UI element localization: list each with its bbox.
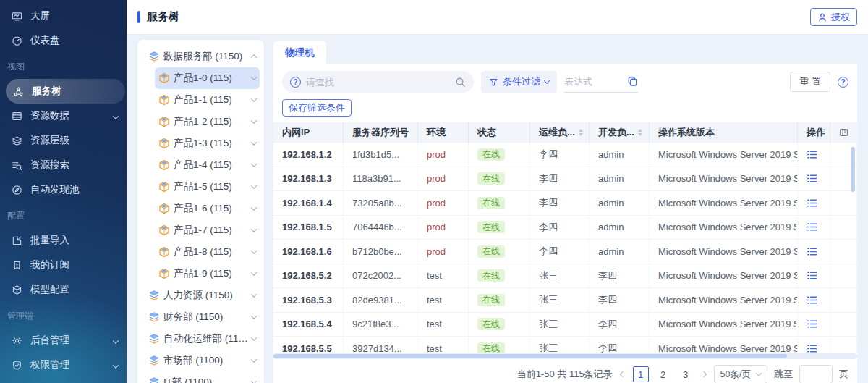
cell-ops-owner: 张三 xyxy=(530,264,590,288)
cell-status: 在线 xyxy=(469,191,530,215)
chevron-down-icon xyxy=(251,139,257,145)
tree-node-dept[interactable]: 人力资源 (1150) xyxy=(145,285,260,306)
prev-page-button[interactable] xyxy=(619,372,626,376)
product-cube-icon xyxy=(158,72,170,84)
sort-icon[interactable] xyxy=(638,129,642,136)
tree-node-dept[interactable]: IT部 (1100) xyxy=(145,371,260,383)
top-bar: 服务树 授权 xyxy=(127,0,868,35)
actions-list-icon[interactable] xyxy=(807,343,817,353)
tree-node-product[interactable]: 产品1-3 (115) xyxy=(155,132,260,154)
col-header-os[interactable]: 操作系统版本 xyxy=(650,122,798,143)
cell-ip: 192.168.1.4 xyxy=(273,191,344,215)
tree-node-dept[interactable]: 财务部 (1150) xyxy=(145,306,260,328)
actions-list-icon[interactable] xyxy=(807,222,817,232)
sidebar-item-resource-level[interactable]: 资源层级 xyxy=(0,128,127,153)
tree-node-label: IT部 (1100) xyxy=(163,376,212,383)
sidebar-item-label: 我的订阅 xyxy=(30,258,69,272)
help-icon[interactable] xyxy=(838,77,848,88)
sidebar-item-dashboard[interactable]: 仪表盘 xyxy=(0,28,127,53)
tree-node-product[interactable]: 产品1-9 (115) xyxy=(155,263,260,285)
next-page-button[interactable] xyxy=(700,372,707,376)
actions-list-icon[interactable] xyxy=(807,198,817,209)
actions-list-icon[interactable] xyxy=(807,319,817,329)
column-settings-icon[interactable] xyxy=(839,127,848,138)
tree-node-label: 产品1-3 (115) xyxy=(174,137,232,150)
actions-list-icon[interactable] xyxy=(807,173,817,184)
sidebar-item-resource-search[interactable]: 资源搜索 xyxy=(0,153,127,177)
cell-serial: b712b0be... xyxy=(344,240,418,264)
resource-search-icon xyxy=(12,160,22,171)
resource-level-icon xyxy=(12,135,22,146)
chevron-down-icon xyxy=(251,96,257,101)
sidebar-item-permission-admin[interactable]: 权限管理 xyxy=(0,353,127,377)
cell-dev-owner: 李四 xyxy=(590,337,650,353)
tab-physical-machine[interactable]: 物理机 xyxy=(273,41,326,64)
page-size-select[interactable]: 50条/页 xyxy=(714,365,767,383)
condition-filter-dropdown[interactable]: 条件过滤 xyxy=(481,71,557,93)
actions-list-icon[interactable] xyxy=(807,149,817,160)
person-icon xyxy=(817,12,827,22)
search-icon[interactable] xyxy=(455,77,466,88)
status-badge: 在线 xyxy=(477,294,505,306)
col-header-dev-owner[interactable]: 开发负... xyxy=(590,122,650,143)
tree-node-dept[interactable]: 自动化运维部 (1150) xyxy=(145,328,260,350)
col-header-ip[interactable]: 内网IP xyxy=(273,122,344,143)
save-filter-button[interactable]: 保存筛选条件 xyxy=(282,99,352,117)
tree-node-product[interactable]: 产品1-1 (115) xyxy=(155,89,260,111)
tree-node-product[interactable]: 产品1-4 (115) xyxy=(155,154,260,176)
sidebar-item-resource-data[interactable]: 资源数据 xyxy=(0,104,127,128)
tree-node-product[interactable]: 产品1-5 (115) xyxy=(155,176,260,198)
col-header-env[interactable]: 环境 xyxy=(418,122,469,143)
page-button-3[interactable]: 3 xyxy=(678,366,694,382)
cell-status: 在线 xyxy=(469,216,530,240)
page-button-1[interactable]: 1 xyxy=(633,366,649,382)
cell-dev-owner: admin xyxy=(590,167,650,191)
chevron-down-icon xyxy=(251,226,257,232)
sidebar-item-model-config[interactable]: 模型配置 xyxy=(0,277,127,302)
tree-node-product[interactable]: 产品1-7 (115) xyxy=(155,219,260,241)
cell-env: prod xyxy=(418,167,469,191)
title-accent-bar xyxy=(137,11,140,23)
tree-node-product[interactable]: 产品1-6 (115) xyxy=(155,198,260,219)
actions-list-icon[interactable] xyxy=(807,270,817,281)
vertical-scrollbar[interactable] xyxy=(851,147,855,192)
tree-node-product[interactable]: 产品1-8 (115) xyxy=(155,241,260,263)
col-header-status[interactable]: 状态 xyxy=(469,122,530,143)
sort-icon[interactable] xyxy=(579,129,583,136)
sidebar-item-my-subscription[interactable]: 我的订阅 xyxy=(0,253,127,277)
actions-list-icon[interactable] xyxy=(807,295,817,306)
tree-node-dept[interactable]: 市场部 (1100) xyxy=(145,350,260,371)
col-header-actions: 操作 xyxy=(798,122,830,143)
sidebar-item-label: 资源数据 xyxy=(30,109,69,122)
tree-node-dept[interactable]: 数据服务部 (1150) xyxy=(145,46,260,67)
sidebar-item-discovery-pool[interactable]: 自动发现池 xyxy=(0,177,127,202)
tree-node-product[interactable]: 产品1-2 (115) xyxy=(155,111,260,132)
jump-to-input[interactable] xyxy=(799,365,833,383)
tree-node-label: 产品1-6 (115) xyxy=(174,202,232,215)
page-button-2[interactable]: 2 xyxy=(655,366,671,382)
sidebar-item-batch-import[interactable]: 批量导入 xyxy=(0,228,127,253)
reset-button[interactable]: 重 置 xyxy=(790,72,830,92)
sidebar-item-backend-admin[interactable]: 后台管理 xyxy=(0,328,127,353)
cell-status: 在线 xyxy=(469,288,530,312)
cell-empty xyxy=(830,216,857,240)
department-layers-icon xyxy=(148,311,160,323)
col-header-serial[interactable]: 服务器序列号 xyxy=(344,122,418,143)
cell-status: 在线 xyxy=(469,143,530,167)
cell-actions xyxy=(798,167,830,191)
page-title: 服务树 xyxy=(137,10,179,24)
tree-node-product[interactable]: 产品1-0 (115) xyxy=(155,67,260,89)
col-header-ops-owner[interactable]: 运维负... xyxy=(530,122,590,143)
actions-list-icon[interactable] xyxy=(807,246,817,257)
search-help-icon[interactable] xyxy=(290,77,301,88)
sidebar-item-service-tree[interactable]: 服务树 xyxy=(6,79,125,104)
sidebar-item-bigscreen[interactable]: 大屏 xyxy=(0,4,127,28)
horizontal-scrollbar-thumb[interactable] xyxy=(273,354,787,358)
sidebar-section-admin: 管理端 xyxy=(0,302,127,328)
tree-node-label: 产品1-2 (115) xyxy=(174,115,232,128)
authorize-button[interactable]: 授权 xyxy=(810,8,857,26)
cell-serial: 82de9381... xyxy=(344,288,418,312)
expression-input[interactable] xyxy=(564,76,627,87)
search-input[interactable] xyxy=(306,77,450,88)
copy-icon[interactable] xyxy=(627,76,638,87)
